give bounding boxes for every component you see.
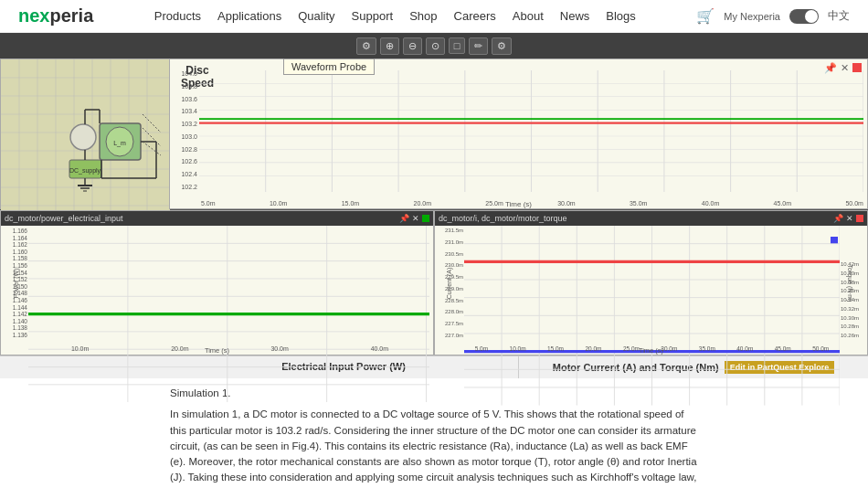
- cart-icon[interactable]: 🛒: [696, 7, 715, 25]
- disc-speed-color-indicator: [852, 63, 862, 72]
- waveform-probe-tooltip: Waveform Probe: [283, 58, 375, 75]
- electrical-chart: [28, 226, 429, 402]
- zoom-out-btn[interactable]: ⊖: [403, 37, 422, 55]
- nav-shop[interactable]: Shop: [409, 9, 437, 23]
- nav-careers[interactable]: Careers: [454, 9, 496, 23]
- panel-close-btn[interactable]: ✕: [841, 62, 849, 74]
- nav-quality[interactable]: Quality: [298, 9, 334, 23]
- svg-text:L_m: L_m: [113, 140, 126, 147]
- electrical-y-title: Power (W): [13, 268, 19, 298]
- nav-products[interactable]: Products: [154, 9, 201, 23]
- sim-toolbar: ⚙ ⊕ ⊖ ⊙ □ ✏ ⚙ Waveform Probe: [0, 33, 868, 58]
- theme-toggle[interactable]: [789, 9, 819, 24]
- header-right: 🛒 My Nexperia 中文: [696, 7, 850, 25]
- main-nav: Products Applications Quality Support Sh…: [154, 9, 636, 23]
- language-selector[interactable]: 中文: [828, 8, 850, 24]
- motor-time-label: Time (s): [639, 346, 663, 355]
- zoom-fit-btn[interactable]: ⊙: [426, 37, 445, 55]
- circuit-panel: DC_supply L_m: [0, 58, 169, 209]
- motor-close-btn[interactable]: ✕: [846, 214, 853, 223]
- electrical-pin-btn[interactable]: 📌: [399, 214, 409, 223]
- header: nexperia Products Applications Quality S…: [0, 0, 868, 33]
- motor-panel-header: dc_motor/i, dc_motor/motor_torque 📌 ✕: [435, 211, 867, 226]
- electrical-close-btn[interactable]: ✕: [412, 214, 419, 223]
- disc-speed-chart: [199, 70, 863, 192]
- svg-text:DC_supply: DC_supply: [69, 167, 101, 175]
- para1: In simulation 1, a DC motor is connected…: [170, 407, 698, 488]
- zoom-in-btn[interactable]: ⊕: [380, 37, 399, 55]
- motor-torque-y-title: Torque (N·m): [847, 264, 853, 302]
- circuit-diagram: DC_supply L_m: [1, 59, 170, 210]
- settings-btn[interactable]: ⚙: [356, 37, 376, 55]
- electrical-time-label: Time (s): [205, 346, 229, 355]
- nav-blogs[interactable]: Blogs: [606, 9, 636, 23]
- svg-point-19: [70, 124, 96, 150]
- nav-about[interactable]: About: [513, 9, 544, 23]
- draw-btn[interactable]: ✏: [469, 37, 488, 55]
- toggle-knob: [805, 10, 818, 23]
- disc-speed-time-label: Time (s): [505, 200, 532, 208]
- nav-applications[interactable]: Applications: [217, 9, 281, 23]
- nav-support[interactable]: Support: [352, 9, 394, 23]
- nav-news[interactable]: News: [560, 9, 590, 23]
- motor-chart: [464, 226, 840, 406]
- motor-panel-title: dc_motor/i, dc_motor/motor_torque: [439, 214, 567, 223]
- disc-speed-panel: 📌 ✕ DiscSpeed 104.0 103.8 103.6 103.4 10…: [169, 58, 868, 209]
- electrical-panel-header: dc_motor/power_electrical_input 📌 ✕: [1, 211, 433, 226]
- motor-panel: dc_motor/i, dc_motor/motor_torque 📌 ✕ 23…: [434, 210, 868, 355]
- electrical-panel-title: dc_motor/power_electrical_input: [5, 214, 123, 223]
- motor-pin-btn[interactable]: 📌: [833, 214, 843, 223]
- motor-y-title: Current (A): [446, 267, 452, 299]
- panel-pin-btn[interactable]: 📌: [824, 62, 837, 74]
- config-btn[interactable]: ⚙: [492, 37, 512, 55]
- logo[interactable]: nexperia: [18, 5, 93, 27]
- select-btn[interactable]: □: [449, 37, 466, 54]
- electrical-panel: dc_motor/power_electrical_input 📌 ✕ 1.16…: [0, 210, 434, 355]
- my-nexperia-link[interactable]: My Nexperia: [724, 11, 780, 22]
